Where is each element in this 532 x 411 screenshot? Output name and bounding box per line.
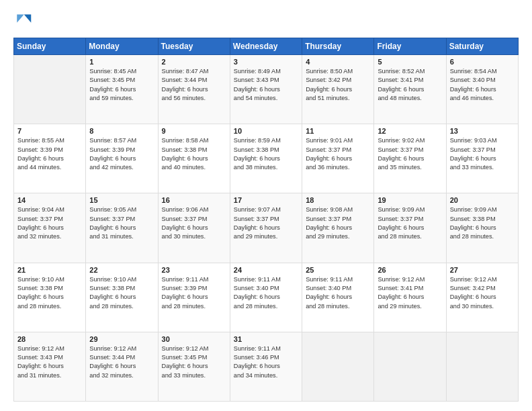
day-info: Sunrise: 9:08 AM Sunset: 3:37 PM Dayligh…	[306, 205, 370, 241]
day-number: 30	[162, 335, 226, 343]
header-row: SundayMondayTuesdayWednesdayThursdayFrid…	[14, 38, 519, 55]
day-info: Sunrise: 8:45 AM Sunset: 3:45 PM Dayligh…	[89, 67, 154, 103]
day-info: Sunrise: 8:50 AM Sunset: 3:42 PM Dayligh…	[306, 67, 370, 103]
day-number: 7	[17, 127, 82, 135]
day-number: 16	[162, 196, 226, 204]
day-number: 2	[162, 58, 226, 66]
day-number: 21	[17, 266, 82, 274]
day-cell: 13Sunrise: 9:03 AM Sunset: 3:37 PM Dayli…	[446, 124, 518, 193]
day-number: 5	[378, 58, 442, 66]
day-number: 15	[89, 196, 154, 204]
calendar-table: SundayMondayTuesdayWednesdayThursdayFrid…	[13, 38, 519, 402]
logo-icon	[13, 12, 32, 31]
day-cell: 29Sunrise: 9:12 AM Sunset: 3:44 PM Dayli…	[86, 332, 158, 401]
day-info: Sunrise: 9:11 AM Sunset: 3:40 PM Dayligh…	[234, 275, 298, 311]
day-number: 31	[234, 335, 298, 343]
day-number: 20	[450, 196, 515, 204]
day-cell: 28Sunrise: 9:12 AM Sunset: 3:43 PM Dayli…	[14, 332, 86, 401]
day-number: 6	[450, 58, 515, 66]
calendar-header: SundayMondayTuesdayWednesdayThursdayFrid…	[14, 38, 519, 55]
day-cell: 16Sunrise: 9:06 AM Sunset: 3:37 PM Dayli…	[158, 193, 230, 263]
day-info: Sunrise: 9:12 AM Sunset: 3:45 PM Dayligh…	[162, 345, 226, 380]
day-cell: 23Sunrise: 9:11 AM Sunset: 3:39 PM Dayli…	[158, 263, 230, 332]
header-cell-wednesday: Wednesday	[230, 38, 302, 55]
header-cell-tuesday: Tuesday	[158, 38, 230, 55]
day-number: 12	[378, 127, 442, 135]
day-cell: 5Sunrise: 8:52 AM Sunset: 3:41 PM Daylig…	[374, 55, 446, 124]
day-cell: 20Sunrise: 9:09 AM Sunset: 3:38 PM Dayli…	[446, 193, 518, 263]
header-cell-sunday: Sunday	[14, 38, 86, 55]
day-info: Sunrise: 9:07 AM Sunset: 3:37 PM Dayligh…	[234, 205, 298, 241]
day-cell: 14Sunrise: 9:04 AM Sunset: 3:37 PM Dayli…	[14, 193, 86, 263]
day-cell: 22Sunrise: 9:10 AM Sunset: 3:38 PM Dayli…	[86, 263, 158, 332]
week-row-2: 14Sunrise: 9:04 AM Sunset: 3:37 PM Dayli…	[14, 193, 519, 263]
day-info: Sunrise: 9:06 AM Sunset: 3:37 PM Dayligh…	[162, 205, 226, 241]
day-info: Sunrise: 9:12 AM Sunset: 3:41 PM Dayligh…	[378, 275, 442, 311]
day-info: Sunrise: 9:01 AM Sunset: 3:37 PM Dayligh…	[306, 136, 370, 172]
day-cell: 17Sunrise: 9:07 AM Sunset: 3:37 PM Dayli…	[230, 193, 302, 263]
day-info: Sunrise: 9:04 AM Sunset: 3:37 PM Dayligh…	[17, 205, 82, 241]
day-cell: 31Sunrise: 9:11 AM Sunset: 3:46 PM Dayli…	[230, 332, 302, 401]
svg-marker-1	[17, 15, 24, 23]
day-info: Sunrise: 9:05 AM Sunset: 3:37 PM Dayligh…	[89, 205, 154, 241]
day-number: 18	[306, 196, 370, 204]
day-info: Sunrise: 9:11 AM Sunset: 3:46 PM Dayligh…	[234, 345, 298, 380]
day-cell: 6Sunrise: 8:54 AM Sunset: 3:40 PM Daylig…	[446, 55, 518, 124]
day-number: 22	[89, 266, 154, 274]
day-number: 13	[450, 127, 515, 135]
day-info: Sunrise: 8:52 AM Sunset: 3:41 PM Dayligh…	[378, 67, 442, 103]
day-info: Sunrise: 8:54 AM Sunset: 3:40 PM Dayligh…	[450, 67, 515, 103]
day-cell: 12Sunrise: 9:02 AM Sunset: 3:37 PM Dayli…	[374, 124, 446, 193]
day-cell: 26Sunrise: 9:12 AM Sunset: 3:41 PM Dayli…	[374, 263, 446, 332]
day-info: Sunrise: 8:59 AM Sunset: 3:38 PM Dayligh…	[234, 136, 298, 172]
day-cell: 8Sunrise: 8:57 AM Sunset: 3:39 PM Daylig…	[86, 124, 158, 193]
header-cell-friday: Friday	[374, 38, 446, 55]
week-row-0: 1Sunrise: 8:45 AM Sunset: 3:45 PM Daylig…	[14, 55, 519, 124]
day-info: Sunrise: 8:55 AM Sunset: 3:39 PM Dayligh…	[17, 136, 82, 172]
day-number: 26	[378, 266, 442, 274]
day-info: Sunrise: 9:10 AM Sunset: 3:38 PM Dayligh…	[89, 275, 154, 311]
day-number: 9	[162, 127, 226, 135]
day-cell: 3Sunrise: 8:49 AM Sunset: 3:43 PM Daylig…	[230, 55, 302, 124]
day-info: Sunrise: 9:02 AM Sunset: 3:37 PM Dayligh…	[378, 136, 442, 172]
day-number: 24	[234, 266, 298, 274]
day-info: Sunrise: 9:09 AM Sunset: 3:38 PM Dayligh…	[450, 205, 515, 241]
day-info: Sunrise: 9:03 AM Sunset: 3:37 PM Dayligh…	[450, 136, 515, 172]
day-cell: 9Sunrise: 8:58 AM Sunset: 3:38 PM Daylig…	[158, 124, 230, 193]
day-info: Sunrise: 8:57 AM Sunset: 3:39 PM Dayligh…	[89, 136, 154, 172]
day-cell: 7Sunrise: 8:55 AM Sunset: 3:39 PM Daylig…	[14, 124, 86, 193]
page: SundayMondayTuesdayWednesdayThursdayFrid…	[0, 0, 532, 411]
day-cell	[14, 55, 86, 124]
day-number: 25	[306, 266, 370, 274]
day-info: Sunrise: 9:09 AM Sunset: 3:37 PM Dayligh…	[378, 205, 442, 241]
day-cell: 11Sunrise: 9:01 AM Sunset: 3:37 PM Dayli…	[302, 124, 374, 193]
day-number: 1	[89, 58, 154, 66]
day-number: 28	[17, 335, 82, 343]
day-cell: 30Sunrise: 9:12 AM Sunset: 3:45 PM Dayli…	[158, 332, 230, 401]
day-number: 17	[234, 196, 298, 204]
day-info: Sunrise: 8:49 AM Sunset: 3:43 PM Dayligh…	[234, 67, 298, 103]
day-info: Sunrise: 8:47 AM Sunset: 3:44 PM Dayligh…	[162, 67, 226, 103]
day-cell: 4Sunrise: 8:50 AM Sunset: 3:42 PM Daylig…	[302, 55, 374, 124]
day-cell: 10Sunrise: 8:59 AM Sunset: 3:38 PM Dayli…	[230, 124, 302, 193]
day-number: 14	[17, 196, 82, 204]
day-cell: 27Sunrise: 9:12 AM Sunset: 3:42 PM Dayli…	[446, 263, 518, 332]
day-cell: 19Sunrise: 9:09 AM Sunset: 3:37 PM Dayli…	[374, 193, 446, 263]
day-cell: 21Sunrise: 9:10 AM Sunset: 3:38 PM Dayli…	[14, 263, 86, 332]
day-number: 19	[378, 196, 442, 204]
day-info: Sunrise: 9:11 AM Sunset: 3:40 PM Dayligh…	[306, 275, 370, 311]
day-info: Sunrise: 9:10 AM Sunset: 3:38 PM Dayligh…	[17, 275, 82, 311]
day-cell	[302, 332, 374, 401]
day-cell	[446, 332, 518, 401]
day-cell: 25Sunrise: 9:11 AM Sunset: 3:40 PM Dayli…	[302, 263, 374, 332]
day-number: 11	[306, 127, 370, 135]
day-info: Sunrise: 9:12 AM Sunset: 3:42 PM Dayligh…	[450, 275, 515, 311]
day-number: 8	[89, 127, 154, 135]
day-number: 4	[306, 58, 370, 66]
day-cell: 24Sunrise: 9:11 AM Sunset: 3:40 PM Dayli…	[230, 263, 302, 332]
logo	[13, 12, 35, 31]
header-cell-thursday: Thursday	[302, 38, 374, 55]
day-cell: 2Sunrise: 8:47 AM Sunset: 3:44 PM Daylig…	[158, 55, 230, 124]
week-row-1: 7Sunrise: 8:55 AM Sunset: 3:39 PM Daylig…	[14, 124, 519, 193]
svg-marker-0	[24, 15, 32, 23]
